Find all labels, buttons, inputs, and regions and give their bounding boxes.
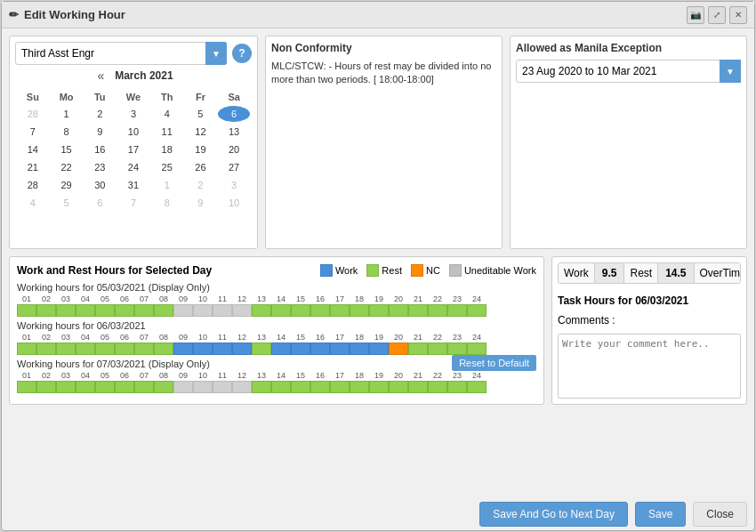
cal-date[interactable]: 5 bbox=[51, 195, 83, 211]
cal-date[interactable]: 9 bbox=[84, 124, 116, 140]
gantt-cell bbox=[310, 381, 330, 393]
gantt-cell bbox=[428, 304, 447, 317]
cal-date[interactable]: 15 bbox=[51, 141, 83, 157]
cal-date[interactable]: 7 bbox=[17, 124, 49, 140]
gantt-cell bbox=[291, 381, 310, 393]
cal-date[interactable]: 29 bbox=[51, 177, 83, 193]
gantt-cell[interactable] bbox=[154, 343, 173, 355]
nonconformity-panel: Non Conformity MLC/STCW: - Hours of rest… bbox=[265, 36, 503, 249]
engineer-dropdown[interactable]: Third Asst Engr bbox=[15, 42, 227, 65]
cal-date[interactable]: 13 bbox=[218, 124, 250, 140]
camera-button[interactable]: 📷 bbox=[687, 6, 704, 24]
gantt-cell[interactable] bbox=[95, 343, 115, 355]
cal-date[interactable]: 7 bbox=[117, 195, 149, 211]
cal-date[interactable]: 17 bbox=[117, 141, 149, 157]
calendar-header: « March 2021 bbox=[15, 69, 252, 83]
gantt-cell bbox=[232, 381, 252, 393]
cal-date[interactable]: 20 bbox=[218, 141, 250, 157]
gantt-cell[interactable] bbox=[213, 343, 232, 355]
cal-date[interactable]: 11 bbox=[151, 124, 183, 140]
gantt-cell[interactable] bbox=[467, 343, 487, 355]
gantt-cell[interactable] bbox=[252, 343, 271, 355]
cal-date[interactable]: 21 bbox=[17, 159, 49, 175]
cal-date[interactable]: 5 bbox=[185, 106, 217, 122]
gantt-section: Work and Rest Hours for Selected Day Wor… bbox=[9, 256, 544, 405]
cal-date[interactable]: 4 bbox=[17, 195, 49, 211]
gantt-cell[interactable] bbox=[56, 343, 76, 355]
cal-date[interactable]: 28 bbox=[17, 106, 49, 122]
gantt-cell[interactable] bbox=[115, 343, 134, 355]
cal-date[interactable]: 1 bbox=[151, 177, 183, 193]
legend-rest: Rest bbox=[366, 264, 402, 277]
cal-date[interactable]: 6 bbox=[84, 195, 116, 211]
gantt-cell[interactable] bbox=[291, 343, 310, 355]
exception-panel: Allowed as Manila Exception 23 Aug 2020 … bbox=[510, 36, 747, 249]
cal-date[interactable]: 8 bbox=[151, 195, 183, 211]
cal-date[interactable]: 24 bbox=[117, 159, 149, 175]
cal-day-su: Su bbox=[17, 90, 49, 104]
cal-date[interactable]: 26 bbox=[185, 159, 217, 175]
save-button[interactable]: Save bbox=[635, 502, 686, 527]
gantt-cell[interactable] bbox=[389, 343, 408, 355]
calendar-month-year: March 2021 bbox=[115, 69, 173, 82]
close-footer-button[interactable]: Close bbox=[693, 502, 747, 527]
expand-button[interactable]: ⤢ bbox=[708, 6, 726, 24]
cal-date[interactable]: 10 bbox=[117, 124, 149, 140]
gantt-cell bbox=[36, 381, 56, 393]
cal-date[interactable]: 12 bbox=[185, 124, 217, 140]
work-label: Work bbox=[559, 263, 595, 283]
prev-month-button[interactable]: « bbox=[93, 69, 108, 83]
date-range-dropdown[interactable]: 23 Aug 2020 to 10 Mar 2021 bbox=[516, 60, 741, 83]
gantt-row2[interactable] bbox=[17, 343, 536, 355]
gantt-cell[interactable] bbox=[193, 343, 213, 355]
close-button[interactable]: ✕ bbox=[729, 6, 747, 24]
gantt-cell[interactable] bbox=[36, 343, 56, 355]
cal-date[interactable]: 18 bbox=[151, 141, 183, 157]
gantt-cell[interactable] bbox=[408, 343, 428, 355]
gantt-cell[interactable] bbox=[232, 343, 252, 355]
gantt-cell bbox=[173, 381, 193, 393]
gantt-cell[interactable] bbox=[350, 343, 369, 355]
gantt-cell[interactable] bbox=[173, 343, 193, 355]
cal-date[interactable]: 8 bbox=[51, 124, 83, 140]
cal-date[interactable]: 3 bbox=[218, 177, 250, 193]
gantt-cell[interactable] bbox=[271, 343, 291, 355]
cal-date[interactable]: 19 bbox=[185, 141, 217, 157]
gantt-cell[interactable] bbox=[369, 343, 389, 355]
help-button[interactable]: ? bbox=[232, 44, 252, 63]
gantt-cell[interactable] bbox=[310, 343, 330, 355]
gantt-cell[interactable] bbox=[428, 343, 447, 355]
gantt-cell[interactable] bbox=[17, 343, 36, 355]
reset-to-default-button[interactable]: Reset to Default bbox=[452, 355, 536, 371]
cal-date[interactable]: 27 bbox=[218, 159, 250, 175]
save-and-next-button[interactable]: Save And Go to Next Day bbox=[479, 502, 628, 527]
comments-textarea[interactable] bbox=[558, 334, 741, 399]
cal-date[interactable]: 28 bbox=[17, 177, 49, 193]
cal-date[interactable]: 23 bbox=[84, 159, 116, 175]
gantt-cell[interactable] bbox=[134, 343, 154, 355]
cal-date[interactable]: 10 bbox=[218, 195, 250, 211]
cal-date[interactable]: 30 bbox=[84, 177, 116, 193]
cal-date[interactable]: 2 bbox=[84, 106, 116, 122]
gantt-row3-hours: 0102030405060708091011121314151617181920… bbox=[17, 371, 536, 380]
title-icons: 📷 ⤢ ✕ bbox=[687, 6, 747, 24]
cal-date[interactable]: 25 bbox=[151, 159, 183, 175]
cal-date[interactable]: 2 bbox=[185, 177, 217, 193]
cal-date[interactable]: 9 bbox=[185, 195, 217, 211]
gantt-cell[interactable] bbox=[76, 343, 95, 355]
cal-date[interactable]: 16 bbox=[84, 141, 116, 157]
cal-date[interactable]: 22 bbox=[51, 159, 83, 175]
gantt-cell[interactable] bbox=[447, 343, 467, 355]
gantt-cell bbox=[56, 304, 76, 317]
cal-date[interactable]: 4 bbox=[151, 106, 183, 122]
cal-date-selected[interactable]: 6 bbox=[218, 106, 250, 122]
overtime-label: OverTime bbox=[695, 263, 741, 283]
titlebar: ✏ Edit Working Hour 📷 ⤢ ✕ bbox=[2, 2, 754, 28]
gantt-cell bbox=[252, 304, 271, 317]
cal-date[interactable]: 1 bbox=[51, 106, 83, 122]
cal-date[interactable]: 31 bbox=[117, 177, 149, 193]
cal-date[interactable]: 14 bbox=[17, 141, 49, 157]
gantt-cell[interactable] bbox=[330, 343, 350, 355]
cal-date[interactable]: 3 bbox=[117, 106, 149, 122]
hours-header: Work and Rest Hours for Selected Day Wor… bbox=[17, 264, 536, 277]
